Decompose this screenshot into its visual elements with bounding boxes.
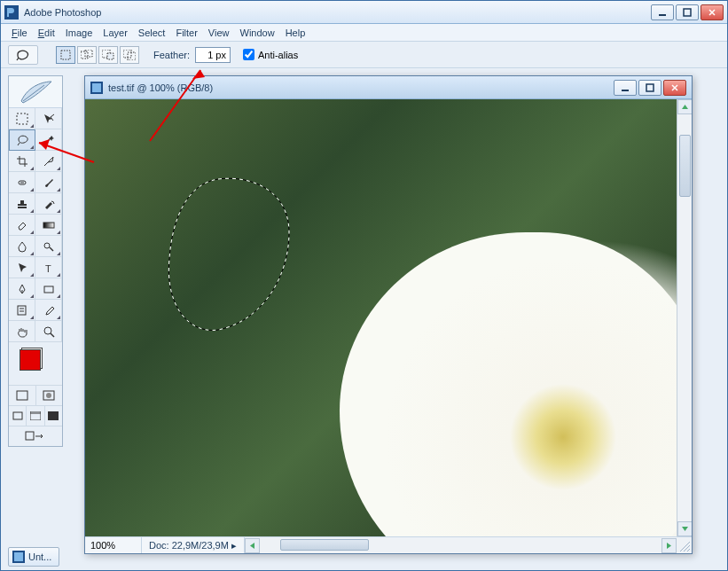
document-statusbar: 100% Doc: 22,9M/23,9M ▸ — [85, 536, 692, 553]
menubar: File Edit Image Layer Select Filter View… — [1, 24, 727, 42]
tool-lasso[interactable] — [9, 129, 35, 151]
maximize-button[interactable] — [676, 4, 699, 20]
tool-blur[interactable] — [9, 236, 35, 257]
horizontal-scrollbar[interactable] — [244, 537, 692, 553]
color-swatches[interactable] — [9, 342, 62, 385]
menu-layer[interactable]: Layer — [98, 26, 133, 40]
document-icon — [90, 82, 103, 94]
horizontal-scroll-thumb[interactable] — [280, 539, 369, 551]
lasso-icon — [15, 49, 31, 61]
tool-eraser[interactable] — [9, 215, 35, 236]
svg-rect-36 — [622, 90, 629, 91]
tool-notes[interactable] — [9, 300, 35, 321]
tool-eyedropper[interactable] — [35, 300, 62, 321]
options-bar: Feather: Anti-alias — [1, 42, 727, 68]
antialias-label: Anti-alias — [258, 50, 298, 60]
tool-slice[interactable] — [35, 151, 62, 172]
tool-dodge[interactable] — [35, 236, 62, 257]
feather-input[interactable] — [195, 47, 231, 63]
antialias-checkbox[interactable]: Anti-alias — [243, 49, 298, 60]
doc-size-readout[interactable]: Doc: 22,9M/23,9M ▸ — [142, 540, 244, 551]
menu-view[interactable]: View — [203, 26, 235, 40]
image-content — [340, 232, 692, 536]
tool-healing[interactable] — [9, 172, 35, 193]
tool-magic-wand[interactable] — [35, 129, 62, 151]
menu-help[interactable]: Help — [280, 26, 311, 40]
tools-header[interactable] — [9, 76, 62, 108]
svg-rect-3 — [61, 51, 70, 59]
tool-zoom[interactable] — [35, 321, 62, 342]
feather-logo-icon — [18, 80, 53, 105]
app-icon — [4, 5, 19, 20]
screen-full[interactable] — [45, 406, 62, 426]
menu-select[interactable]: Select — [133, 26, 171, 40]
taskbar-doc-button[interactable]: Unt... — [8, 547, 59, 567]
svg-rect-7 — [107, 53, 114, 59]
svg-rect-35 — [92, 83, 101, 92]
menu-filter[interactable]: Filter — [170, 26, 202, 40]
menu-edit[interactable]: Edit — [33, 26, 60, 40]
standard-mode[interactable] — [9, 386, 36, 405]
document-icon — [12, 551, 25, 563]
selection-new[interactable] — [56, 46, 75, 64]
svg-rect-33 — [26, 432, 34, 440]
tool-move[interactable] — [35, 108, 62, 129]
tool-history-brush[interactable] — [35, 193, 62, 215]
menu-image[interactable]: Image — [60, 26, 98, 40]
selection-add[interactable] — [77, 46, 97, 64]
jump-imageready[interactable] — [9, 426, 62, 446]
document-window[interactable]: test.tif @ 100% (RGB/8) 100% Doc: — [84, 75, 693, 554]
app-window: Adobe Photoshop File Edit Image Layer Se… — [0, 0, 728, 571]
scroll-down-button[interactable] — [677, 521, 692, 536]
tool-type[interactable]: T — [35, 257, 62, 278]
close-button[interactable] — [701, 4, 724, 20]
doc-close-button[interactable] — [663, 80, 686, 96]
antialias-check[interactable] — [243, 49, 254, 60]
zoom-field[interactable]: 100% — [85, 537, 142, 553]
tool-shape[interactable] — [35, 278, 62, 300]
screen-mode-row — [9, 405, 62, 426]
svg-rect-29 — [13, 412, 22, 419]
document-title: test.tif @ 100% (RGB/8) — [108, 82, 612, 93]
doc-maximize-button[interactable] — [638, 80, 661, 96]
minimize-button[interactable] — [651, 4, 674, 20]
taskbar-doc-label: Unt... — [28, 551, 51, 562]
titlebar[interactable]: Adobe Photoshop — [1, 1, 727, 24]
foreground-swatch[interactable] — [20, 349, 41, 371]
svg-line-25 — [51, 333, 54, 337]
tool-hand[interactable] — [9, 321, 35, 342]
vertical-scroll-thumb[interactable] — [679, 135, 691, 197]
svg-rect-1 — [659, 14, 666, 16]
scroll-left-button[interactable] — [245, 538, 260, 553]
tool-brush[interactable] — [35, 172, 62, 193]
tool-stamp[interactable] — [9, 193, 35, 215]
feather-label: Feather: — [153, 50, 190, 60]
svg-rect-11 — [17, 113, 27, 124]
document-titlebar[interactable]: test.tif @ 100% (RGB/8) — [85, 76, 692, 99]
doc-minimize-button[interactable] — [614, 80, 637, 96]
tool-gradient[interactable] — [35, 215, 62, 236]
current-tool-chip[interactable] — [8, 45, 38, 65]
svg-point-24 — [44, 327, 51, 334]
svg-rect-20 — [44, 286, 53, 293]
tools-palette[interactable]: T — [8, 75, 63, 447]
canvas[interactable] — [85, 99, 677, 536]
scroll-up-button[interactable] — [677, 99, 692, 114]
svg-rect-32 — [48, 411, 59, 420]
screen-standard[interactable] — [9, 406, 27, 426]
vertical-scrollbar[interactable] — [677, 99, 692, 536]
resize-grip[interactable] — [677, 538, 692, 553]
tool-path-select[interactable] — [9, 257, 35, 278]
selection-subtract[interactable] — [98, 46, 118, 64]
menu-window[interactable]: Window — [235, 26, 280, 40]
quickmask-mode[interactable] — [36, 386, 63, 405]
scroll-right-button[interactable] — [661, 538, 677, 553]
menu-file[interactable]: File — [6, 26, 33, 40]
chevron-right-icon: ▸ — [231, 540, 237, 551]
tool-pen[interactable] — [9, 278, 35, 300]
tool-crop[interactable] — [9, 151, 35, 172]
selection-intersect[interactable] — [120, 46, 139, 64]
tool-marquee[interactable] — [9, 108, 35, 129]
screen-full-menubar[interactable] — [27, 406, 44, 426]
svg-line-17 — [50, 247, 53, 251]
